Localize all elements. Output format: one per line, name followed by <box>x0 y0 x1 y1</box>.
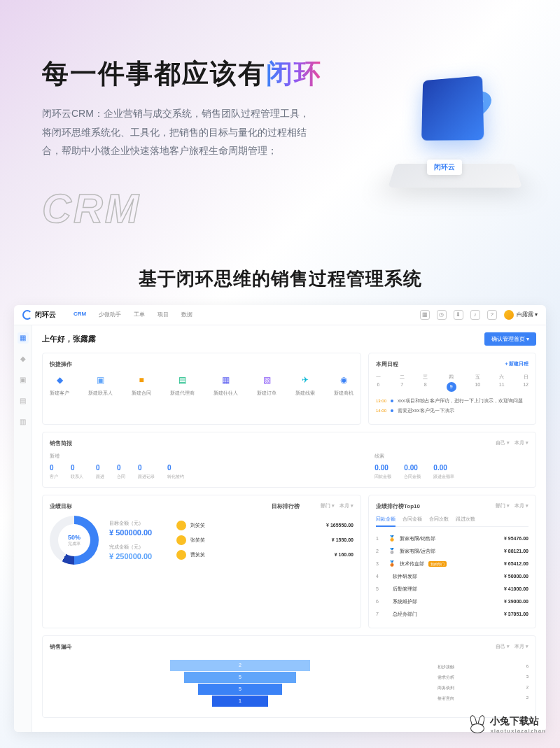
sched-day[interactable]: 五10 <box>475 374 480 392</box>
dept-row[interactable]: 3🥉技术传直部我的部门¥ 65412.00 <box>376 558 528 570</box>
top10-tab[interactable]: 合同次数 <box>429 516 449 523</box>
top10-tab[interactable]: 跟进次数 <box>456 516 475 523</box>
rabbit-icon <box>469 717 486 733</box>
sched-day[interactable]: 二7 <box>400 374 405 392</box>
sched-item[interactable]: 14:00需要进xxx客户见一下演示 <box>376 407 528 414</box>
nav-data[interactable]: 数据 <box>181 311 192 318</box>
header-action-button[interactable]: 确认管理首页 ▾ <box>484 332 536 346</box>
sched-day[interactable]: 日12 <box>523 374 528 392</box>
sched-day[interactable]: 一6 <box>376 374 381 392</box>
top10-tab[interactable]: 回款金额 <box>376 516 396 527</box>
clock-icon[interactable]: ◷ <box>437 310 447 320</box>
nav-assist[interactable]: 少微助手 <box>99 311 121 318</box>
watermark-name: 小兔下载站 <box>490 715 546 728</box>
quick-op-icon: ▧ <box>260 374 273 386</box>
add-schedule-link[interactable]: ＋新建日程 <box>504 360 528 368</box>
sched-day[interactable]: 四9 <box>447 374 456 392</box>
done-value: ¥ 250000.00 <box>109 552 152 560</box>
brief-item[interactable]: 0合同 <box>117 464 125 480</box>
dept-row[interactable]: 2🥈新家有限/运营部¥ 88121.00 <box>376 545 528 558</box>
quick-op-label: 新建订单 <box>257 390 276 397</box>
brief-filters[interactable]: 自己 ▾ 本月 ▾ <box>496 439 528 447</box>
brief-sec1-title: 新增 <box>50 453 357 460</box>
brand-logo[interactable]: 闭环云 <box>22 310 56 320</box>
quick-op-6[interactable]: ✈新建线索 <box>295 374 315 397</box>
funnel-bar-2: 5 <box>184 672 296 683</box>
quick-op-icon: ✈ <box>299 374 312 386</box>
sched-day[interactable]: 三8 <box>423 374 428 392</box>
brief-card: 销售简报 自己 ▾ 本月 ▾ 新增 0客户0联系人0跟进0合同0跟进记录0转化签… <box>42 432 536 488</box>
brief-title: 销售简报 <box>50 439 72 447</box>
nav-crm[interactable]: CRM <box>74 311 86 318</box>
brief-item[interactable]: 0联系人 <box>71 464 83 480</box>
rank-item[interactable]: 张笑笑¥ 1550.00 <box>176 535 354 545</box>
quick-op-label: 新建代理商 <box>170 390 195 397</box>
dept-row[interactable]: 6系统维护部¥ 39000.00 <box>376 595 528 608</box>
quick-op-5[interactable]: ▧新建订单 <box>257 374 276 397</box>
quick-op-0[interactable]: ◆新建客户 <box>50 374 69 397</box>
notify-icon[interactable]: ♪ <box>470 310 480 320</box>
brief-item[interactable]: 0.00跟进金额率 <box>433 464 454 480</box>
quick-op-4[interactable]: ▦新建往往人 <box>214 374 238 397</box>
funnel-stat: 需求分析3 <box>438 675 528 681</box>
section-title: 基于闭环思维的销售过程管理系统 <box>0 267 560 291</box>
quick-op-2[interactable]: ■新建合同 <box>132 374 151 397</box>
rank-item[interactable]: 曹笑笑¥ 160.00 <box>176 550 354 560</box>
watermark-sub: xiaotuxiazaizhan <box>490 728 546 734</box>
nav-project[interactable]: 项目 <box>158 311 169 318</box>
user-name: 白露露 ▾ <box>517 311 538 318</box>
dept-row[interactable]: 7总经办部门¥ 37051.00 <box>376 608 528 621</box>
done-label: 完成金额（元） <box>109 544 152 551</box>
watermark: 小兔下载站 xiaotuxiazaizhan <box>469 715 546 734</box>
goal-percent: 50% <box>68 534 80 541</box>
quick-op-label: 新建客户 <box>50 390 69 397</box>
top10-title: 业绩排行榜Top10 <box>376 502 420 510</box>
sidebar-home[interactable]: ▦ <box>18 332 29 344</box>
download-icon[interactable]: ⬇ <box>454 310 463 320</box>
logo-badge: 闭环云 <box>427 160 462 175</box>
help-icon[interactable]: ? <box>487 310 497 320</box>
funnel-bar-4: 1 <box>212 696 268 707</box>
top10-tab[interactable]: 合同金额 <box>402 516 422 523</box>
target-value: ¥ 500000.00 <box>109 528 152 537</box>
brief-item[interactable]: 0转化签约 <box>167 464 184 480</box>
dept-row[interactable]: 1🏅新家有限/销售部¥ 95476.00 <box>376 532 528 545</box>
funnel-filters[interactable]: 自己 ▾ 本月 ▾ <box>496 643 528 651</box>
sched-day[interactable]: 六11 <box>499 374 505 392</box>
goal-filters[interactable]: 部门 ▾ 本月 ▾ <box>321 502 354 510</box>
sidebar-settings[interactable]: ▥ <box>18 416 29 428</box>
brief-item[interactable]: 0跟进 <box>96 464 104 480</box>
dept-row[interactable]: 4软件研发部¥ 50000.00 <box>376 570 528 583</box>
dept-row[interactable]: 5后勤管理部¥ 41000.00 <box>376 583 528 595</box>
brief-item[interactable]: 0.00回款金额 <box>374 464 391 480</box>
quick-op-icon: ▣ <box>94 374 107 386</box>
brief-item[interactable]: 0客户 <box>50 464 58 480</box>
schedule-title: 本周日程 <box>376 360 398 368</box>
quick-op-1[interactable]: ▣新建联系人 <box>88 374 113 397</box>
avatar <box>504 310 514 320</box>
quick-op-label: 新建往往人 <box>214 390 238 397</box>
quick-op-icon: ■ <box>135 374 148 386</box>
calendar-icon[interactable]: ▦ <box>420 310 430 320</box>
rank-item[interactable]: 刘笑笑¥ 165550.00 <box>176 521 354 530</box>
funnel-card: 销售漏斗 自己 ▾ 本月 ▾ 2 5 5 1 初步接触6需求分析3商务谈判2签署… <box>42 635 536 718</box>
top10-filters[interactable]: 部门 ▾ 本月 ▾ <box>496 502 528 510</box>
quick-op-label: 新建联系人 <box>88 390 113 397</box>
user-menu[interactable]: 白露露 ▾ <box>504 310 538 320</box>
sidebar-chart[interactable]: ▣ <box>18 374 29 386</box>
rank-avatar <box>176 550 186 560</box>
top10-card: 业绩排行榜Top10 部门 ▾ 本月 ▾ 回款金额合同金额合同次数跟进次数 1🏅… <box>368 495 536 628</box>
sched-item[interactable]: 13:00xxx项目和独占客户拜访，进行一下上门演示，欢迎询问题 <box>376 397 528 404</box>
nav-ticket[interactable]: 工单 <box>134 311 145 318</box>
quick-op-icon: ▦ <box>220 374 232 386</box>
quick-op-7[interactable]: ◉新建商机 <box>334 374 354 397</box>
brief-item[interactable]: 0跟进记录 <box>138 464 155 480</box>
sidebar-data[interactable]: ▤ <box>18 395 29 407</box>
sidebar: ▦ ◆ ▣ ▤ ▥ <box>14 325 32 732</box>
brief-item[interactable]: 0.00合同金额 <box>404 464 421 480</box>
funnel-stat: 初步接触6 <box>438 664 528 670</box>
quick-op-3[interactable]: ▤新建代理商 <box>170 374 195 397</box>
hero-description: 闭环云CRM：企业营销与成交系统，销售团队过程管理工具，将闭环思维系统化、工具化… <box>42 104 315 160</box>
sidebar-users[interactable]: ◆ <box>18 353 29 365</box>
funnel-bar-1: 2 <box>170 660 310 671</box>
